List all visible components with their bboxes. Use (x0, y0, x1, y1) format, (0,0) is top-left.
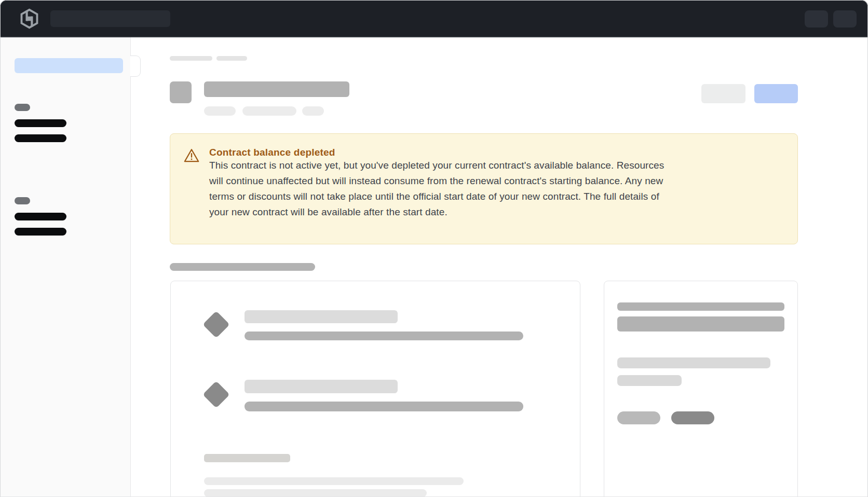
card-label-skeleton (204, 454, 290, 462)
app-window: Contract balance depleted This contract … (0, 0, 868, 497)
page-title-skeleton (204, 81, 349, 97)
navbar-action-button-2[interactable] (833, 10, 857, 27)
sidebar-item-skeleton[interactable] (15, 228, 66, 236)
primary-button-skeleton[interactable] (754, 84, 798, 103)
sidebar-item-skeleton[interactable] (15, 134, 66, 142)
card-button-skeleton[interactable] (617, 411, 660, 424)
page-meta-badge-skeleton (204, 106, 236, 116)
top-navbar (0, 0, 868, 37)
sidebar-nav (0, 37, 131, 497)
sidebar-item-selected[interactable] (15, 58, 123, 73)
page-meta-badge-skeleton (242, 106, 296, 116)
list-item-text-skeleton (245, 332, 523, 340)
list-item-text-skeleton (245, 402, 523, 411)
list-item-title-skeleton (245, 310, 398, 323)
summary-title-skeleton (617, 316, 784, 332)
hashicorp-logo-icon (20, 8, 39, 29)
breadcrumb-item-skeleton (170, 56, 212, 61)
global-search-input[interactable] (50, 10, 170, 27)
summary-text-skeleton (617, 375, 682, 386)
card-text-skeleton (204, 489, 427, 497)
secondary-button-skeleton[interactable] (701, 84, 745, 103)
section-title-skeleton (170, 263, 315, 271)
breadcrumb-item-skeleton (216, 56, 247, 61)
page-meta-badge-skeleton (302, 106, 324, 116)
alert-body: This contract is not active yet, but you… (209, 158, 783, 220)
sidebar-section-label-skeleton (15, 104, 30, 111)
sidebar-item-skeleton[interactable] (15, 213, 66, 220)
sidebar-item-skeleton[interactable] (15, 119, 66, 127)
card-button-skeleton[interactable] (671, 411, 714, 424)
contract-alert-banner: Contract balance depleted This contract … (170, 133, 798, 244)
sidebar-section-label-skeleton (15, 197, 30, 204)
summary-card (604, 281, 798, 497)
summary-text-skeleton (617, 357, 770, 368)
summary-title-skeleton (617, 302, 784, 311)
page-icon-skeleton (170, 81, 192, 103)
list-item-title-skeleton (245, 380, 398, 393)
card-text-skeleton (204, 477, 464, 485)
warning-triangle-icon (183, 148, 200, 163)
navbar-action-button-1[interactable] (805, 10, 828, 27)
sidebar-collapse-handle[interactable] (130, 56, 141, 77)
alert-title: Contract balance depleted (209, 147, 335, 158)
